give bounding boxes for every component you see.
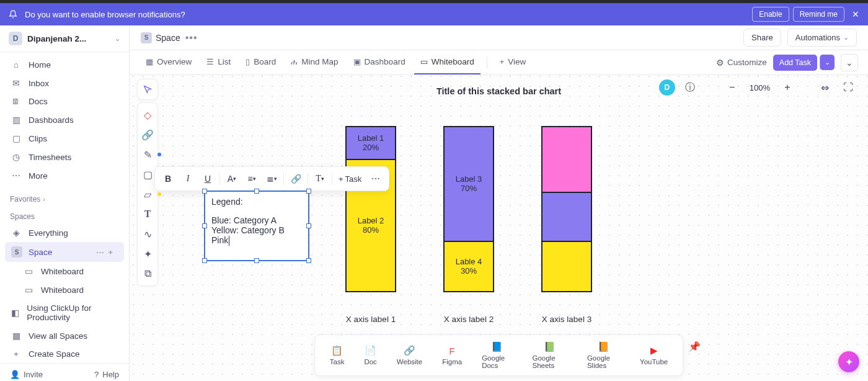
tab-whiteboard[interactable]: ▭Whiteboard <box>414 50 480 74</box>
sidebar-item-whiteboard[interactable]: ▭Whiteboard <box>0 262 129 280</box>
link-button[interactable]: 🔗 <box>286 169 305 188</box>
remind-me-button[interactable]: Remind me <box>793 7 844 22</box>
bar-segment[interactable] <box>542 193 591 242</box>
dock-item-google-sheets[interactable]: 📗Google Sheets <box>523 339 575 372</box>
dock-item-task[interactable]: 📋Task <box>321 343 353 368</box>
text-tool[interactable]: T <box>139 205 156 223</box>
sidebar-item-everything[interactable]: ◈Everything <box>0 223 129 242</box>
bar-column[interactable]: X axis label 3 <box>541 126 592 324</box>
resize-handle[interactable] <box>202 223 207 228</box>
fit-width-button[interactable]: ⇔ <box>816 79 833 96</box>
bar-column[interactable]: Label 120%Label 280%X axis label 1 <box>345 126 396 324</box>
textsize-button[interactable]: T▾ <box>311 169 329 188</box>
chart-title[interactable]: Title of this stacked bar chart <box>436 86 561 96</box>
line-tool[interactable]: ∿ <box>139 225 156 243</box>
sidebar-item-timesheets[interactable]: ◷Timesheets <box>0 148 129 166</box>
pin-icon[interactable]: 📌 <box>683 338 706 355</box>
sidebar-item-space[interactable]: SSpace⋯+ <box>5 242 124 262</box>
connector-tool[interactable]: 🔗 <box>139 125 156 144</box>
sidebar-item-whiteboard[interactable]: ▭Whiteboard <box>0 280 129 299</box>
info-icon[interactable]: ⓘ <box>681 79 699 96</box>
image-tool[interactable]: ⧉ <box>139 264 156 283</box>
add-task-dropdown[interactable]: ⌄ <box>820 55 835 70</box>
bar-segment[interactable] <box>542 242 591 291</box>
breadcrumb-more[interactable]: ••• <box>185 32 198 43</box>
add-task-inline[interactable]: +Task <box>335 174 365 184</box>
rectangle-tool[interactable]: ▢ <box>139 165 156 184</box>
tab-dashboard[interactable]: ▣Dashboard <box>347 50 412 74</box>
sidebar-item-template[interactable]: ◧Using ClickUp for Productivity <box>0 299 129 326</box>
sidebar-item-dashboards[interactable]: ▥Dashboards <box>0 110 129 129</box>
bar-segment[interactable]: Lable 430% <box>445 242 493 291</box>
bar-segment[interactable] <box>542 127 591 193</box>
close-icon[interactable]: ✕ <box>852 9 859 19</box>
ai-fab-button[interactable]: ✦ <box>838 351 859 372</box>
legend-text-box[interactable]: Legend: Blue: Category A Yellow: Categor… <box>204 191 309 261</box>
sticky-tool[interactable]: ▱ <box>139 185 156 204</box>
zoom-in-button[interactable]: + <box>779 79 796 96</box>
whiteboard-canvas[interactable]: ◇ 🔗 ✎ ▢ ▱ T ∿ ✦ ⧉ D ⓘ − 100% + ⇔ ⛶ <box>130 75 868 381</box>
customize-button[interactable]: ⚙Customize <box>716 58 767 68</box>
sidebar-item-inbox[interactable]: ✉Inbox <box>0 74 129 92</box>
tab-board[interactable]: ▯Board <box>239 50 282 74</box>
resize-handle[interactable] <box>202 189 207 194</box>
user-avatar[interactable]: D <box>659 79 675 96</box>
add-task-button[interactable]: Add Task <box>773 55 817 71</box>
resize-handle[interactable] <box>254 189 259 194</box>
ai-tool[interactable]: ✦ <box>139 244 156 263</box>
sidebar-item-create-space[interactable]: +Create Space <box>0 345 129 363</box>
help-link[interactable]: ?Help <box>94 370 119 379</box>
zoom-out-button[interactable]: − <box>724 79 741 96</box>
favorites-section[interactable]: Favorites› <box>0 189 129 206</box>
tab-mindmap[interactable]: ሐMind Map <box>285 50 344 74</box>
italic-button[interactable]: I <box>179 169 197 188</box>
resize-handle[interactable] <box>306 189 311 194</box>
text-style-button[interactable]: A▾ <box>223 169 241 188</box>
mindmap-icon: ሐ <box>291 57 298 67</box>
more-icon[interactable]: ⋯ <box>96 248 104 257</box>
resize-handle[interactable] <box>306 223 311 228</box>
bar-column[interactable]: Label 370%Lable 430%X axis label 2 <box>443 126 494 324</box>
resize-handle[interactable] <box>202 258 207 263</box>
workspace-switcher[interactable]: D Dipanjenah 2... ⌄ <box>0 25 129 52</box>
sidebar-item-clips[interactable]: ▢Clips <box>0 129 129 148</box>
resize-handle[interactable] <box>306 258 311 263</box>
shapes-tool[interactable]: ◇ <box>139 105 156 124</box>
tab-add-view[interactable]: +View <box>494 50 533 74</box>
x-axis-label[interactable]: X axis label 1 <box>346 315 396 324</box>
dock-item-google-slides[interactable]: 📙Google Slides <box>578 339 629 372</box>
x-axis-label[interactable]: X axis label 2 <box>444 315 494 324</box>
align-button[interactable]: ≡▾ <box>242 169 261 188</box>
share-button[interactable]: Share <box>743 29 781 47</box>
dock-item-youtube[interactable]: ▶YouTube <box>631 343 676 368</box>
more-button[interactable]: ⋯ <box>366 169 385 188</box>
underline-button[interactable]: U <box>198 169 217 188</box>
dock-item-google-docs[interactable]: 📘Google Docs <box>473 339 521 372</box>
dock-item-website[interactable]: 🔗Website <box>388 343 431 368</box>
sidebar-item-more[interactable]: ⋯More <box>0 166 129 185</box>
pen-tool[interactable]: ✎ <box>139 145 156 164</box>
enable-button[interactable]: Enable <box>752 7 789 22</box>
more-options-button[interactable]: ⌄ <box>841 54 858 71</box>
automations-button[interactable]: Automations⌄ <box>787 29 857 47</box>
resize-handle[interactable] <box>254 258 259 263</box>
pointer-tool[interactable] <box>137 79 158 100</box>
dock-item-doc[interactable]: 📄Doc <box>355 343 385 368</box>
invite-link[interactable]: 👤Invite <box>10 370 43 379</box>
sidebar-item-viewall[interactable]: ▦View all Spaces <box>0 326 129 345</box>
plus-icon[interactable]: + <box>108 248 113 257</box>
sidebar-item-home[interactable]: ⌂Home <box>0 56 129 74</box>
fullscreen-button[interactable]: ⛶ <box>839 79 857 96</box>
tab-list[interactable]: ☰List <box>200 50 237 74</box>
list-button[interactable]: ≣▾ <box>262 169 281 188</box>
bar-segment[interactable]: Label 370% <box>445 127 493 242</box>
x-axis-label[interactable]: X axis label 3 <box>542 315 591 324</box>
tab-overview[interactable]: ▦Overview <box>140 50 198 74</box>
breadcrumb-space[interactable]: SSpace <box>141 32 180 43</box>
bar-segment[interactable]: Label 120% <box>347 127 395 160</box>
bold-button[interactable]: B <box>159 169 177 188</box>
sidebar-item-docs[interactable]: 🗎Docs <box>0 92 129 110</box>
zoom-level[interactable]: 100% <box>747 83 773 92</box>
chevron-right-icon: › <box>43 195 45 203</box>
dock-item-figma[interactable]: FFigma <box>433 343 471 368</box>
